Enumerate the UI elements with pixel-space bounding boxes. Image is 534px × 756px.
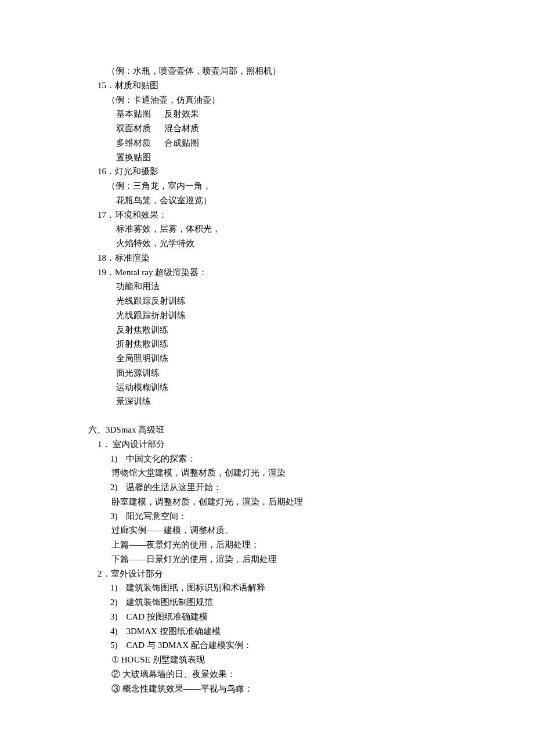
text-line: 1． 室内设计部分	[0, 437, 534, 452]
text-line: 17．环境和效果：	[0, 208, 534, 222]
text-line: 3) CAD 按图纸准确建模	[0, 610, 534, 624]
text-line: 卧室建模，调整材质，创建灯光，渲染，后期处理	[0, 495, 534, 509]
text-line: 功能和用法	[0, 279, 534, 294]
document-page: （例：水瓶，喷壶壶体，喷壶局部，照相机）15．材质和贴图（例：卡通油壶，仿真油壶…	[0, 0, 534, 756]
text-line: 花瓶鸟笼，会议室巡览）	[0, 193, 534, 208]
text-line: 置换贴图	[0, 150, 534, 165]
text-line: 3) 阳光写意空间：	[0, 509, 534, 524]
text-line: （例：水瓶，喷壶壶体，喷壶局部，照相机）	[0, 64, 534, 78]
text-line: 2) 温馨的生活从这里开始：	[0, 480, 534, 495]
text-line: 基本贴图 反射效果	[0, 107, 534, 121]
text-line: 折射焦散训练	[0, 337, 534, 351]
text-line: 多维材质 合成贴图	[0, 136, 534, 150]
text-line: 光线跟踪反射训练	[0, 294, 534, 308]
text-line: 15．材质和贴图	[0, 78, 534, 93]
text-line: 光线跟踪折射训练	[0, 308, 534, 323]
text-line: ③ 概念性建筑效果——平视与鸟瞰：	[0, 682, 534, 696]
text-line: 1) 建筑装饰图纸，图标识别和术语解释	[0, 581, 534, 595]
text-line: 景深训练	[0, 394, 534, 409]
text-line: 上篇——夜景灯光的使用，后期处理；	[0, 538, 534, 552]
text-line: 1) 中国文化的探索：	[0, 452, 534, 466]
text-line: 反射焦散训练	[0, 323, 534, 337]
text-line: 16．灯光和摄影	[0, 164, 534, 179]
text-line: 博物馆大堂建模，调整材质，创建灯光，渲染	[0, 466, 534, 480]
text-line: 六、3DSmax 高级班	[0, 423, 534, 437]
text-line: 2．室外设计部分	[0, 567, 534, 581]
text-line	[0, 409, 534, 423]
text-line: ② 大玻璃幕墙的日、夜景效果：	[0, 667, 534, 682]
text-line: 双面材质 混合材质	[0, 121, 534, 136]
text-line: 19．Mental ray 超级渲染器：	[0, 265, 534, 280]
text-line: 5) CAD 与 3DMAX 配合建模实例：	[0, 638, 534, 653]
text-line: 火焰特效，光学特效	[0, 236, 534, 251]
text-line: 全局照明训练	[0, 351, 534, 366]
text-line: （例：三角龙，室内一角，	[0, 179, 534, 193]
text-line: 运动模糊训练	[0, 380, 534, 395]
text-line: 标准雾效，层雾，体积光，	[0, 222, 534, 236]
text-line: 2) 建筑装饰图纸制图规范	[0, 595, 534, 610]
text-line: ① HOUSE 别墅建筑表现	[0, 653, 534, 667]
text-line: 面光源训练	[0, 366, 534, 380]
text-line: 过廊实例——建模，调整材质。	[0, 523, 534, 538]
text-line: 18．标准渲染	[0, 251, 534, 265]
text-line: 下篇——日景灯光的使用，渲染，后期处理	[0, 552, 534, 567]
text-line: 4) 3DMAX 按图纸准确建模	[0, 624, 534, 639]
text-line: （例：卡通油壶，仿真油壶）	[0, 93, 534, 107]
